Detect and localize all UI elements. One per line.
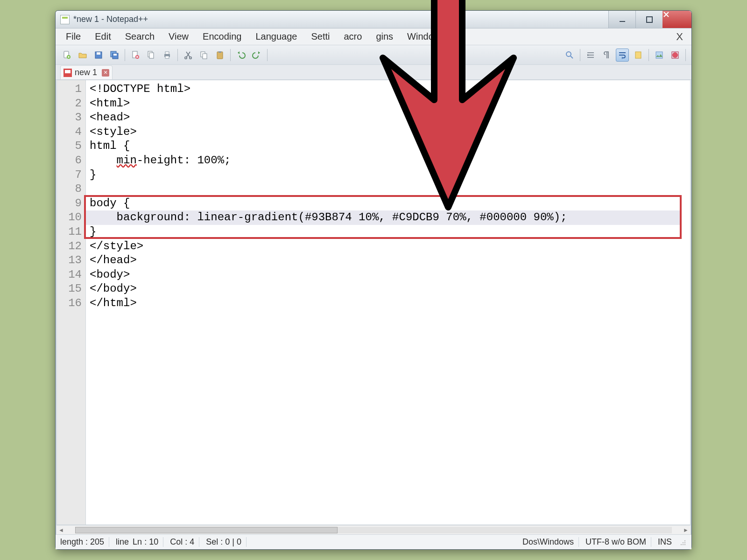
toolbar-separator <box>685 49 686 61</box>
svg-rect-20 <box>217 52 223 59</box>
status-ins[interactable]: INS <box>653 537 677 547</box>
status-encoding[interactable]: UTF-8 w/o BOM <box>581 537 651 547</box>
line-number: 12 <box>57 239 82 254</box>
code-line[interactable]: body { <box>90 196 690 211</box>
new-file-button[interactable] <box>60 49 73 62</box>
menu-encoding[interactable]: Encoding <box>196 30 248 43</box>
undo-icon <box>236 50 246 60</box>
menu-settings[interactable]: Setti <box>304 30 336 43</box>
function-list-button[interactable] <box>653 49 666 62</box>
close-file-button[interactable] <box>129 49 142 62</box>
toolbar-separator <box>580 49 580 61</box>
menu-window[interactable]: Window <box>401 30 447 43</box>
line-number: 10 <box>57 210 82 225</box>
menu-help[interactable]: ? <box>448 30 466 43</box>
menubar: File Edit Search View Encoding Language … <box>56 28 691 45</box>
toolbar-separator <box>230 49 231 61</box>
code-line[interactable]: <!DOCTYPE html> <box>90 82 690 97</box>
svg-point-17 <box>190 56 191 58</box>
line-number: 7 <box>57 168 82 182</box>
open-file-button[interactable] <box>76 49 89 62</box>
find-button[interactable] <box>563 49 576 62</box>
open-folder-icon <box>78 50 87 60</box>
code-line[interactable]: min-height: 100%; <box>90 154 690 168</box>
toolbar <box>56 45 691 65</box>
code-line[interactable]: </body> <box>90 282 690 296</box>
resize-grip-icon[interactable] <box>678 538 687 546</box>
code-line[interactable] <box>90 182 690 196</box>
scissors-icon <box>183 50 193 60</box>
image-icon <box>655 50 664 60</box>
pages-close-icon <box>147 50 156 60</box>
app-window: *new 1 - Notepad++ File Edit Search View… <box>55 10 692 550</box>
code-line[interactable]: <head> <box>90 111 690 125</box>
toolbar-separator <box>177 49 178 61</box>
svg-point-30 <box>681 544 682 545</box>
user-lang-button[interactable] <box>632 49 645 62</box>
svg-rect-8 <box>113 54 117 56</box>
code-line[interactable]: <html> <box>90 97 690 111</box>
app-icon <box>60 15 70 24</box>
code-line[interactable]: } <box>90 225 690 239</box>
scroll-right-arrow-icon[interactable]: ► <box>681 527 691 533</box>
word-wrap-button[interactable] <box>616 49 629 62</box>
code-line[interactable]: } <box>90 168 690 182</box>
save-button[interactable] <box>92 49 105 62</box>
menu-view[interactable]: View <box>162 30 195 43</box>
status-line-abbrev: line <box>111 537 130 547</box>
record-macro-button[interactable] <box>669 49 682 62</box>
cut-button[interactable] <box>182 49 195 62</box>
indent-icon <box>586 50 595 60</box>
save-icon <box>94 50 103 60</box>
show-symbols-button[interactable] <box>600 49 613 62</box>
horizontal-scrollbar[interactable]: ◄ ► <box>56 525 691 534</box>
code-line[interactable]: </style> <box>90 239 690 254</box>
line-number: 9 <box>57 196 82 211</box>
save-all-button[interactable] <box>108 49 121 62</box>
titlebar[interactable]: *new 1 - Notepad++ <box>56 11 691 28</box>
maximize-button[interactable] <box>635 11 662 28</box>
status-eol[interactable]: Dos\Windows <box>518 537 579 547</box>
menu-plugins[interactable]: gins <box>369 30 400 43</box>
close-button[interactable] <box>662 11 691 28</box>
scroll-track[interactable] <box>75 527 672 533</box>
scroll-left-arrow-icon[interactable]: ◄ <box>56 527 66 533</box>
tab-new-1[interactable]: new 1 × <box>60 65 113 79</box>
svg-rect-1 <box>647 17 652 22</box>
code-line[interactable]: html { <box>90 139 690 154</box>
menu-file[interactable]: File <box>59 30 87 43</box>
code-line[interactable]: </head> <box>90 253 690 268</box>
scroll-thumb[interactable] <box>75 527 338 533</box>
menu-search[interactable]: Search <box>119 30 161 43</box>
menu-language[interactable]: Language <box>249 30 303 43</box>
line-number: 15 <box>57 282 82 296</box>
code-area[interactable]: <!DOCTYPE html><html><head><style>html {… <box>86 80 690 525</box>
line-number: 16 <box>57 296 82 311</box>
menu-macro[interactable]: acro <box>338 30 369 43</box>
code-line[interactable]: <body> <box>90 268 690 282</box>
svg-point-29 <box>684 542 686 543</box>
paste-button[interactable] <box>213 49 226 62</box>
menu-edit[interactable]: Edit <box>88 30 117 43</box>
close-all-button[interactable] <box>145 49 158 62</box>
minimize-button[interactable] <box>608 11 635 28</box>
line-number: 4 <box>57 125 82 140</box>
svg-rect-24 <box>656 52 662 58</box>
status-length: length : 205 <box>60 537 109 547</box>
redo-icon <box>252 50 261 60</box>
redo-button[interactable] <box>250 49 263 62</box>
copy-button[interactable] <box>197 49 211 62</box>
zoom-button[interactable] <box>584 49 597 62</box>
code-line[interactable]: </html> <box>90 296 690 311</box>
print-button[interactable] <box>161 49 174 62</box>
code-editor[interactable]: 12345678910111213141516 <!DOCTYPE html><… <box>56 80 691 525</box>
undo-button[interactable] <box>234 49 247 62</box>
pilcrow-icon <box>602 50 611 60</box>
close-document-button[interactable]: X <box>676 31 688 43</box>
tab-close-button[interactable]: × <box>102 69 109 77</box>
svg-point-27 <box>684 540 686 541</box>
code-line[interactable]: <style> <box>90 125 690 140</box>
page-close-icon <box>131 50 140 60</box>
svg-rect-23 <box>635 52 641 58</box>
code-line[interactable]: background: linear-gradient(#93B874 10%,… <box>90 210 690 225</box>
